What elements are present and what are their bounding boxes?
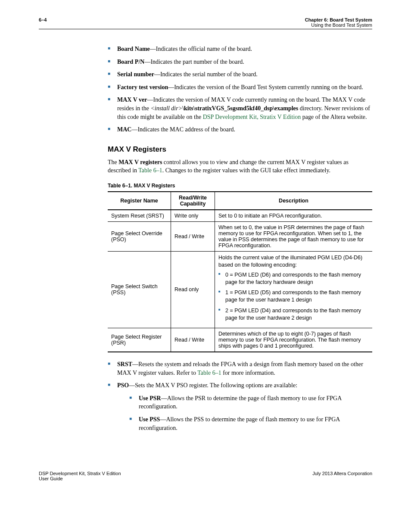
cell-name: Page Select Switch (PSS) [108, 251, 171, 328]
cell-desc: Determines which of the up to eight (0-7… [215, 328, 373, 352]
cell-rw: Write only [171, 210, 215, 222]
dsp-kit-link[interactable]: DSP Development Kit, Stratix V Edition [203, 114, 301, 120]
footer-right: July 2013 Altera Corporation [312, 471, 372, 481]
table-row: System Reset (SRST) Write only Set to 0 … [108, 210, 372, 222]
header-right: Chapter 6: Board Test System Using the B… [305, 17, 372, 28]
list-item: Board P/N—Indicates the part number of t… [108, 58, 372, 66]
cell-desc: Holds the current value of the illuminat… [215, 251, 373, 328]
section-heading: MAX V Registers [108, 145, 372, 154]
cell-desc: When set to 0, the value in PSR determin… [215, 221, 373, 251]
top-bullet-list: Board Name—Indicates the official name o… [108, 45, 372, 134]
page-number: 6–4 [39, 17, 47, 22]
table-header: Description [215, 192, 373, 210]
list-item: Board Name—Indicates the official name o… [108, 45, 372, 53]
intro-paragraph: The MAX V registers control allows you t… [108, 158, 372, 175]
registers-table: Register Name Read/Write Capability Desc… [108, 191, 372, 352]
page-header: 6–4 Chapter 6: Board Test System Using t… [39, 17, 372, 29]
table-caption: Table 6–1. MAX V Registers [108, 183, 372, 189]
list-item: MAC—Indicates the MAC address of the boa… [108, 125, 372, 134]
list-item: Factory test version—Indicates the versi… [108, 83, 372, 92]
footer-left: DSP Development Kit, Stratix V Edition U… [39, 471, 121, 481]
table-header: Register Name [108, 192, 171, 210]
table-row: Page Select Register (PSR) Read / Write … [108, 328, 372, 352]
table-header: Read/Write Capability [171, 192, 215, 210]
table-row: Page Select Switch (PSS) Read only Holds… [108, 251, 372, 328]
list-item: Serial number—Indicates the serial numbe… [108, 70, 372, 79]
page-footer: DSP Development Kit, Stratix V Edition U… [39, 471, 372, 481]
list-item: PSO—Sets the MAX V PSO register. The fol… [108, 381, 372, 432]
cell-rw: Read / Write [171, 221, 215, 251]
pso-sublist: Use PSR—Allows the PSR to determine the … [129, 394, 372, 432]
chapter-title: Chapter 6: Board Test System [305, 17, 372, 22]
cell-rw: Read / Write [171, 328, 215, 352]
list-item: Use PSR—Allows the PSR to determine the … [129, 394, 372, 411]
cell-desc: Set to 0 to initiate an FPGA reconfigura… [215, 210, 373, 222]
page-content: Board Name—Indicates the official name o… [108, 45, 372, 432]
section-title: Using the Board Test System [305, 22, 372, 28]
desc-sublist: 0 = PGM LED (D6) and corresponds to the … [218, 271, 369, 322]
list-item: 1 = PGM LED (D5) and corresponds to the … [218, 289, 369, 304]
table-header-row: Register Name Read/Write Capability Desc… [108, 192, 372, 210]
list-item: 2 = PGM LED (D4) and corresponds to the … [218, 307, 369, 322]
bottom-bullet-list: SRST—Resets the system and reloads the F… [108, 360, 372, 432]
cell-name: Page Select Register (PSR) [108, 328, 171, 352]
list-item: Use PSS—Allows the PSS to determine the … [129, 415, 372, 432]
list-item: MAX V ver—Indicates the version of MAX V… [108, 96, 372, 121]
cell-name: Page Select Override (PSO) [108, 221, 171, 251]
list-item: SRST—Resets the system and reloads the F… [108, 360, 372, 377]
cell-name: System Reset (SRST) [108, 210, 171, 222]
table-ref-link[interactable]: Table 6–1 [197, 370, 221, 376]
cell-rw: Read only [171, 251, 215, 328]
table-row: Page Select Override (PSO) Read / Write … [108, 221, 372, 251]
list-item: 0 = PGM LED (D6) and corresponds to the … [218, 271, 369, 286]
table-ref-link[interactable]: Table 6–1 [138, 167, 162, 174]
